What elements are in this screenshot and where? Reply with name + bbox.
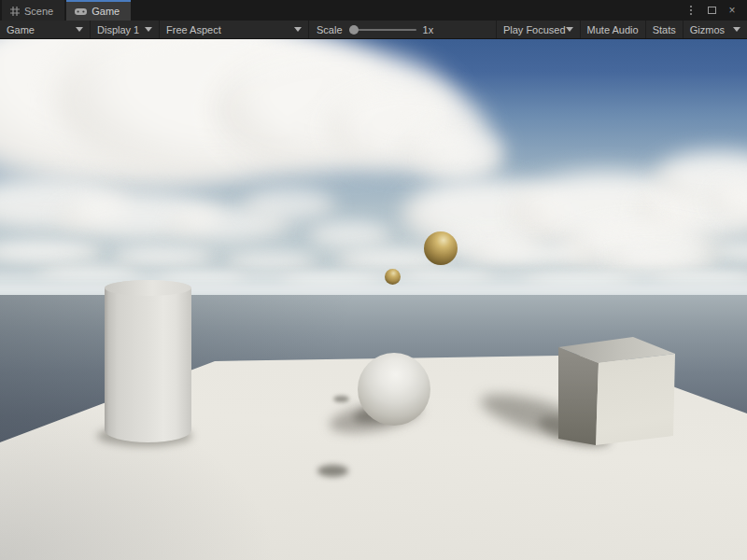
gold-sphere-large [424, 231, 458, 265]
chevron-down-icon [76, 27, 83, 32]
gold-sphere-small [385, 269, 401, 285]
cylinder [105, 280, 191, 442]
aspect-ratio-dropdown[interactable]: Free Aspect [160, 21, 309, 38]
window-controls: × [684, 0, 747, 21]
scale-control: Scale 1x [309, 21, 441, 38]
tab-bar: Scene Game × [0, 0, 747, 21]
toolbar-right-group: Play Focused Mute Audio Stats Gizmos [496, 21, 747, 38]
cloud [308, 221, 392, 249]
game-menu-dropdown[interactable]: Game [0, 21, 91, 38]
display-dropdown[interactable]: Display 1 [91, 21, 160, 38]
chevron-down-icon [145, 27, 152, 32]
more-options-icon[interactable] [684, 3, 698, 18]
cloud [243, 189, 336, 221]
sphere [358, 353, 430, 426]
scale-value: 1x [423, 24, 434, 35]
gold-sphere-small-shadow [333, 396, 349, 402]
maximize-icon[interactable] [704, 3, 719, 18]
display-label: Display 1 [97, 24, 139, 35]
scale-slider[interactable] [349, 29, 416, 31]
tab-game-label: Game [92, 6, 120, 17]
stats-label: Stats [653, 24, 676, 35]
scale-slider-thumb[interactable] [349, 25, 359, 35]
gold-sphere-large-shadow [317, 465, 348, 477]
play-focused-dropdown[interactable]: Play Focused [496, 21, 580, 38]
cloud [0, 240, 103, 264]
grid-icon [10, 7, 20, 16]
tab-game[interactable]: Game [66, 0, 131, 21]
cloud [425, 140, 500, 177]
cube [557, 335, 678, 449]
cloud [607, 248, 719, 269]
mute-audio-button[interactable]: Mute Audio [580, 21, 645, 38]
cloud [467, 243, 598, 267]
close-icon[interactable]: × [725, 3, 740, 18]
cloud [112, 246, 215, 267]
game-render-viewport[interactable] [0, 39, 747, 560]
tab-scene-label: Scene [24, 6, 53, 17]
gamepad-icon [75, 7, 87, 16]
tab-scene[interactable]: Scene [2, 0, 64, 21]
cloud-layer [0, 39, 747, 310]
chevron-down-icon [733, 27, 740, 32]
gizmos-label: Gizmos [690, 24, 725, 35]
scale-label: Scale [317, 24, 343, 35]
play-focused-label: Play Focused [503, 24, 566, 35]
game-view-window: Scene Game × Game Displa [0, 0, 747, 560]
mute-audio-label: Mute Audio [587, 24, 639, 35]
chevron-down-icon [294, 27, 302, 32]
gizmos-dropdown[interactable]: Gizmos [683, 21, 747, 38]
game-view-toolbar: Game Display 1 Free Aspect Scale 1x Play… [0, 21, 747, 39]
cylinder-top-cap [105, 280, 191, 296]
cloud [224, 252, 317, 271]
aspect-label: Free Aspect [166, 24, 221, 35]
chevron-down-icon [566, 27, 573, 32]
stats-button[interactable]: Stats [645, 21, 683, 38]
game-menu-label: Game [7, 24, 35, 35]
